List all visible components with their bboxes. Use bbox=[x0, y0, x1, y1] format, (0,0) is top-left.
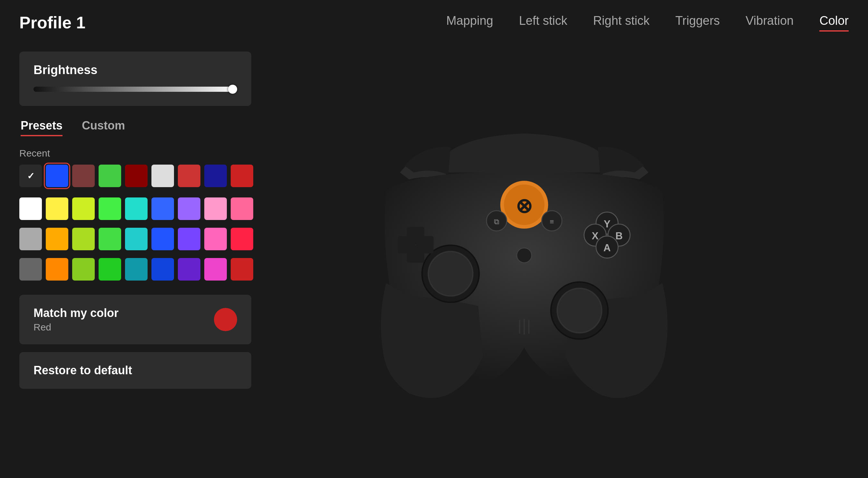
profile-title: Profile 1 bbox=[19, 13, 85, 32]
svg-text:Y: Y bbox=[604, 218, 611, 230]
preset-swatch-lg1[interactable] bbox=[72, 228, 95, 250]
tab-triggers[interactable]: Triggers bbox=[675, 14, 720, 32]
tab-color[interactable]: Color bbox=[819, 14, 849, 32]
svg-rect-12 bbox=[407, 245, 424, 262]
svg-text:≡: ≡ bbox=[550, 217, 554, 226]
recent-swatch-1[interactable] bbox=[46, 165, 68, 187]
preset-swatch-b3[interactable] bbox=[151, 258, 174, 281]
preset-swatch-c2[interactable] bbox=[125, 228, 148, 250]
svg-point-7 bbox=[556, 288, 602, 334]
recent-swatch-0[interactable]: ✓ bbox=[19, 165, 42, 187]
svg-text:⊗: ⊗ bbox=[516, 195, 533, 217]
match-color-name: Red bbox=[33, 322, 119, 333]
tab-left-stick[interactable]: Left stick bbox=[519, 14, 567, 32]
controller-svg: ⊗ Y X B A ⧉ ≡ bbox=[315, 99, 734, 421]
svg-text:B: B bbox=[615, 230, 623, 242]
recent-swatch-2[interactable] bbox=[72, 165, 95, 187]
preset-swatch-c1[interactable] bbox=[125, 197, 148, 220]
preset-swatch-w[interactable] bbox=[19, 197, 42, 220]
tab-mapping[interactable]: Mapping bbox=[446, 14, 493, 32]
recent-swatch-3[interactable] bbox=[99, 165, 121, 187]
header: Profile 1 Mapping Left stick Right stick… bbox=[0, 0, 868, 39]
preset-swatch-teal1[interactable] bbox=[125, 258, 148, 281]
preset-swatch-g3[interactable] bbox=[99, 258, 121, 281]
preset-swatch-gray1[interactable] bbox=[19, 228, 42, 250]
svg-text:X: X bbox=[592, 230, 599, 242]
check-icon-0: ✓ bbox=[27, 171, 34, 181]
controller-area: ⊗ Y X B A ⧉ ≡ bbox=[180, 42, 868, 478]
recent-swatch-5[interactable] bbox=[151, 165, 174, 187]
recent-swatch-4[interactable] bbox=[125, 165, 148, 187]
preset-swatch-y2[interactable] bbox=[72, 197, 95, 220]
preset-swatch-b1[interactable] bbox=[151, 197, 174, 220]
preset-swatch-lg2[interactable] bbox=[72, 258, 95, 281]
svg-point-25 bbox=[517, 248, 532, 263]
match-text: Match my color Red bbox=[33, 306, 119, 333]
preset-swatch-g1[interactable] bbox=[99, 197, 121, 220]
tab-presets[interactable]: Presets bbox=[21, 119, 63, 136]
tab-custom[interactable]: Custom bbox=[82, 119, 125, 136]
preset-swatch-y1[interactable] bbox=[46, 197, 68, 220]
svg-text:⧉: ⧉ bbox=[494, 217, 499, 226]
nav-tabs: Mapping Left stick Right stick Triggers … bbox=[446, 14, 849, 32]
preset-swatch-g2[interactable] bbox=[99, 228, 121, 250]
match-title: Match my color bbox=[33, 306, 119, 320]
preset-swatch-gray2[interactable] bbox=[19, 258, 42, 281]
tab-right-stick[interactable]: Right stick bbox=[593, 14, 650, 32]
preset-swatch-o2[interactable] bbox=[46, 258, 68, 281]
tab-vibration[interactable]: Vibration bbox=[746, 14, 794, 32]
preset-swatch-o1[interactable] bbox=[46, 228, 68, 250]
svg-point-4 bbox=[428, 251, 474, 297]
preset-swatch-b2[interactable] bbox=[151, 228, 174, 250]
svg-text:A: A bbox=[603, 242, 611, 254]
